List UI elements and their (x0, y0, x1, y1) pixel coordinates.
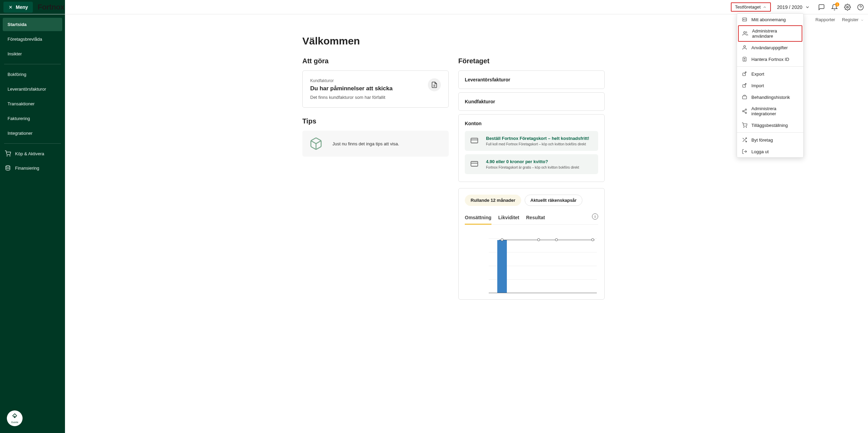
company-row-label: Kundfakturor (465, 99, 495, 104)
gear-icon[interactable] (844, 4, 851, 11)
promo-foretagskort[interactable]: Beställ Fortnox Företagskort – helt kost… (465, 131, 598, 151)
chat-icon[interactable] (818, 4, 825, 11)
period-rullande[interactable]: Rullande 12 månader (465, 195, 521, 206)
header: Meny Fortnox Testföretaget Mitt abonnema… (0, 0, 868, 14)
credit-card-icon (470, 159, 479, 168)
dropdown-label: Administrera integrationer (751, 106, 799, 116)
dropdown-label: Användaruppgifter (751, 45, 788, 50)
year-range: 2019 / 2020 (777, 4, 802, 10)
sidebar-item-integrationer[interactable]: Integrationer (3, 127, 62, 140)
svg-rect-11 (742, 96, 747, 99)
dropdown-item-administrera-integrationer[interactable]: Administrera integrationer (737, 103, 803, 119)
period-aktuellt[interactable]: Aktuellt räkenskapsår (525, 195, 582, 206)
coins-icon (5, 165, 11, 171)
company-row-kundfakturor[interactable]: Kundfakturor (458, 92, 605, 111)
sidebar-item-startsida[interactable]: Startsida (3, 18, 62, 31)
svg-point-5 (744, 31, 745, 33)
dropdown-label: Behandlingshistorik (751, 95, 790, 100)
info-icon[interactable]: i (592, 213, 598, 220)
promo-desc: Fortnox Företagskort är gratis – köp och… (486, 166, 579, 169)
dropdown-label: Mitt abonnemang (751, 17, 786, 22)
dropdown-item-export[interactable]: Export (737, 68, 803, 80)
subheader-register[interactable]: Register (842, 17, 864, 22)
sidebar-item-kop-aktivera[interactable]: Köp & Aktivera (0, 146, 65, 161)
svg-point-4 (744, 19, 745, 20)
cart-icon (5, 150, 11, 157)
sidebar-item-insikter[interactable]: Insikter (3, 47, 62, 61)
svg-point-12 (745, 109, 747, 110)
cart-icon (742, 122, 747, 128)
menu-label: Meny (16, 4, 28, 10)
sidebar-item-leverantorsfakturor[interactable]: Leverantörsfakturor (3, 82, 62, 96)
company-row-leverantorsfakturor[interactable]: Leverantörsfakturor (458, 70, 605, 89)
year-dropdown[interactable]: 2019 / 2020 (777, 4, 810, 10)
svg-rect-9 (743, 73, 746, 76)
svg-point-18 (858, 4, 864, 10)
chart-bar (497, 240, 507, 293)
promo-kvitto[interactable]: 4.90 eller 0 kronor per kvitto? Fortnox … (465, 154, 598, 174)
company-row-label: Leverantörsfakturor (465, 77, 510, 82)
svg-rect-10 (743, 84, 746, 87)
svg-point-16 (746, 127, 747, 127)
box-icon (309, 137, 323, 150)
chart-baseline (489, 293, 597, 293)
credit-card-icon (470, 136, 479, 145)
dropdown-label: Hantera Fortnox ID (751, 57, 789, 62)
svg-point-14 (745, 112, 747, 114)
svg-rect-23 (471, 138, 478, 143)
id-icon (742, 56, 747, 62)
bell-icon[interactable]: 1 (831, 4, 838, 11)
sidebar-item-fakturering[interactable]: Fakturering (3, 112, 62, 125)
chevron-down-icon (805, 5, 810, 10)
tab-likviditet[interactable]: Likviditet (498, 212, 519, 224)
users-icon (742, 31, 748, 36)
dropdown-item-tillaggsbestallning[interactable]: Tilläggsbeställning (737, 119, 803, 131)
dropdown-item-anvandaruppgifter[interactable]: Användaruppgifter (737, 42, 803, 53)
subheader-rapporter[interactable]: Rapporter (815, 17, 835, 22)
tips-text: Just nu finns det inga tips att visa. (332, 141, 399, 146)
svg-point-2 (6, 166, 10, 167)
dropdown-item-logga-ut[interactable]: Logga ut (737, 146, 803, 157)
todo-title: Du har påminnelser att skicka (310, 85, 422, 92)
dropdown-divider (737, 132, 803, 133)
logo: Fortnox (38, 3, 64, 12)
dropdown-item-abonnemang[interactable]: Mitt abonnemang (737, 14, 803, 25)
tab-resultat[interactable]: Resultat (526, 212, 545, 224)
dropdown-item-administrera-anvandare[interactable]: Administrera användare (738, 25, 802, 42)
konton-card: Konton Beställ Fortnox Företagskort – he… (458, 114, 605, 182)
svg-point-6 (744, 45, 745, 47)
promo-title: 4.90 eller 0 kronor per kvitto? (486, 159, 579, 164)
svg-point-17 (847, 6, 849, 8)
logout-icon (742, 149, 747, 154)
svg-rect-25 (471, 161, 478, 166)
sidebar-item-label: Köp & Aktivera (15, 151, 44, 156)
dropdown-item-import[interactable]: Import (737, 80, 803, 91)
shuffle-icon (742, 137, 747, 143)
company-dropdown[interactable]: Testföretaget Mitt abonnemang Administre… (731, 2, 771, 12)
sidebar-item-transaktioner[interactable]: Transaktioner (3, 97, 62, 110)
svg-rect-3 (742, 18, 747, 21)
sidebar-item-foretagsbrevlada[interactable]: Företagsbrevlåda (3, 32, 62, 46)
company-name: Testföretaget (735, 4, 761, 10)
sidebar-item-finansiering[interactable]: Finansiering (0, 161, 65, 175)
dropdown-item-byt-foretag[interactable]: Byt företag (737, 134, 803, 146)
section-tips-heading: Tips (302, 117, 449, 125)
tab-omsattning[interactable]: Omsättning (465, 212, 491, 225)
dropdown-item-hantera-fortnox-id[interactable]: Hantera Fortnox ID (737, 53, 803, 65)
share-icon (742, 108, 747, 114)
document-icon (428, 78, 441, 91)
promo-title: Beställ Fortnox Företagskort – helt kost… (486, 136, 589, 141)
dropdown-divider (737, 66, 803, 67)
chart-dot (501, 238, 503, 241)
close-icon (8, 5, 13, 10)
sidebar-item-bokforing[interactable]: Bokföring (3, 68, 62, 81)
help-icon[interactable] (857, 4, 864, 11)
sidebar-item-label: Finansiering (15, 166, 39, 171)
menu-button[interactable]: Meny (3, 2, 33, 13)
chart-line (499, 240, 595, 240)
tips-card: Just nu finns det inga tips att visa. (302, 131, 449, 157)
konton-heading: Konton (465, 121, 598, 126)
sidebar-divider (4, 143, 61, 144)
dropdown-item-behandlingshistorik[interactable]: Behandlingshistorik (737, 91, 803, 103)
todo-card[interactable]: Kundfakturor Du har påminnelser att skic… (302, 70, 449, 108)
